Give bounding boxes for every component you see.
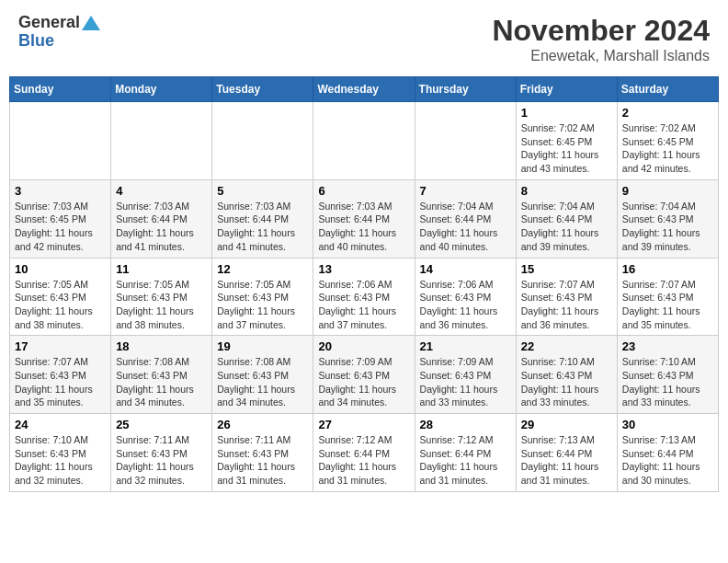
day-of-week-header: Friday <box>516 77 617 102</box>
day-info: Sunrise: 7:05 AM Sunset: 6:43 PM Dayligh… <box>15 278 106 332</box>
day-info: Sunrise: 7:10 AM Sunset: 6:43 PM Dayligh… <box>622 355 713 409</box>
calendar-day-cell: 17Sunrise: 7:07 AM Sunset: 6:43 PM Dayli… <box>10 336 111 414</box>
day-of-week-header: Tuesday <box>212 77 313 102</box>
calendar-day-cell: 16Sunrise: 7:07 AM Sunset: 6:43 PM Dayli… <box>617 258 718 336</box>
calendar-day-cell: 1Sunrise: 7:02 AM Sunset: 6:45 PM Daylig… <box>516 102 617 180</box>
calendar-day-cell <box>111 102 212 180</box>
calendar-day-cell: 22Sunrise: 7:10 AM Sunset: 6:43 PM Dayli… <box>516 336 617 414</box>
day-info: Sunrise: 7:03 AM Sunset: 6:44 PM Dayligh… <box>217 200 308 254</box>
day-info: Sunrise: 7:09 AM Sunset: 6:43 PM Dayligh… <box>420 355 511 409</box>
day-number: 29 <box>521 418 612 431</box>
day-number: 5 <box>217 184 308 198</box>
day-info: Sunrise: 7:07 AM Sunset: 6:43 PM Dayligh… <box>622 278 713 332</box>
day-info: Sunrise: 7:08 AM Sunset: 6:43 PM Dayligh… <box>217 355 308 409</box>
day-number: 7 <box>420 184 511 198</box>
calendar-day-cell: 30Sunrise: 7:13 AM Sunset: 6:44 PM Dayli… <box>617 414 718 492</box>
day-info: Sunrise: 7:02 AM Sunset: 6:45 PM Dayligh… <box>521 121 612 176</box>
day-number: 27 <box>318 418 409 431</box>
calendar-week-row: 1Sunrise: 7:02 AM Sunset: 6:45 PM Daylig… <box>10 102 719 180</box>
day-number: 1 <box>521 106 612 120</box>
day-info: Sunrise: 7:04 AM Sunset: 6:44 PM Dayligh… <box>521 200 612 254</box>
calendar-day-cell: 19Sunrise: 7:08 AM Sunset: 6:43 PM Dayli… <box>212 336 313 414</box>
calendar-day-cell <box>212 102 313 180</box>
day-number: 22 <box>521 339 612 353</box>
page-header: General Blue November 2024 Enewetak, Mar… <box>9 9 719 69</box>
day-number: 6 <box>318 184 409 198</box>
calendar-day-cell: 8Sunrise: 7:04 AM Sunset: 6:44 PM Daylig… <box>516 179 617 258</box>
day-info: Sunrise: 7:06 AM Sunset: 6:43 PM Dayligh… <box>318 278 409 332</box>
day-info: Sunrise: 7:09 AM Sunset: 6:43 PM Dayligh… <box>318 355 409 409</box>
day-number: 23 <box>622 339 713 353</box>
day-info: Sunrise: 7:13 AM Sunset: 6:44 PM Dayligh… <box>622 433 713 488</box>
svg-marker-0 <box>82 16 100 30</box>
day-info: Sunrise: 7:07 AM Sunset: 6:43 PM Dayligh… <box>15 355 106 409</box>
calendar-day-cell: 7Sunrise: 7:04 AM Sunset: 6:44 PM Daylig… <box>415 179 516 258</box>
calendar-day-cell: 11Sunrise: 7:05 AM Sunset: 6:43 PM Dayli… <box>111 258 212 336</box>
day-number: 28 <box>420 418 511 431</box>
day-info: Sunrise: 7:06 AM Sunset: 6:43 PM Dayligh… <box>420 278 511 332</box>
day-number: 4 <box>116 184 207 198</box>
day-of-week-header: Monday <box>111 77 212 102</box>
day-number: 9 <box>622 184 713 198</box>
day-number: 10 <box>15 262 106 276</box>
calendar-day-cell: 3Sunrise: 7:03 AM Sunset: 6:45 PM Daylig… <box>10 179 111 258</box>
day-number: 17 <box>15 339 106 353</box>
day-number: 18 <box>116 339 207 353</box>
calendar-day-cell: 10Sunrise: 7:05 AM Sunset: 6:43 PM Dayli… <box>10 258 111 336</box>
calendar-week-row: 3Sunrise: 7:03 AM Sunset: 6:45 PM Daylig… <box>10 179 719 258</box>
day-info: Sunrise: 7:12 AM Sunset: 6:44 PM Dayligh… <box>318 433 409 488</box>
calendar-table: SundayMondayTuesdayWednesdayThursdayFrid… <box>9 76 719 492</box>
calendar-day-cell <box>313 102 415 180</box>
calendar-day-cell: 26Sunrise: 7:11 AM Sunset: 6:43 PM Dayli… <box>212 414 313 492</box>
calendar-day-cell: 4Sunrise: 7:03 AM Sunset: 6:44 PM Daylig… <box>111 179 212 258</box>
calendar-day-cell: 25Sunrise: 7:11 AM Sunset: 6:43 PM Dayli… <box>111 414 212 492</box>
day-number: 19 <box>217 339 308 353</box>
calendar-header-row: SundayMondayTuesdayWednesdayThursdayFrid… <box>10 77 719 102</box>
day-info: Sunrise: 7:11 AM Sunset: 6:43 PM Dayligh… <box>217 433 308 488</box>
calendar-day-cell: 6Sunrise: 7:03 AM Sunset: 6:44 PM Daylig… <box>313 179 415 258</box>
day-of-week-header: Thursday <box>415 77 516 102</box>
logo-blue: Blue <box>18 32 100 51</box>
day-number: 12 <box>217 262 308 276</box>
day-info: Sunrise: 7:03 AM Sunset: 6:45 PM Dayligh… <box>15 200 106 254</box>
day-number: 24 <box>15 418 106 431</box>
day-number: 3 <box>15 184 106 198</box>
calendar-day-cell: 20Sunrise: 7:09 AM Sunset: 6:43 PM Dayli… <box>313 336 415 414</box>
calendar-day-cell <box>10 102 111 180</box>
day-info: Sunrise: 7:05 AM Sunset: 6:43 PM Dayligh… <box>217 278 308 332</box>
day-info: Sunrise: 7:05 AM Sunset: 6:43 PM Dayligh… <box>116 278 207 332</box>
day-info: Sunrise: 7:03 AM Sunset: 6:44 PM Dayligh… <box>116 200 207 254</box>
day-number: 26 <box>217 418 308 431</box>
day-number: 21 <box>420 339 511 353</box>
calendar-day-cell: 9Sunrise: 7:04 AM Sunset: 6:43 PM Daylig… <box>617 179 718 258</box>
calendar-day-cell: 29Sunrise: 7:13 AM Sunset: 6:44 PM Dayli… <box>516 414 617 492</box>
day-number: 15 <box>521 262 612 276</box>
calendar-day-cell: 13Sunrise: 7:06 AM Sunset: 6:43 PM Dayli… <box>313 258 415 336</box>
logo-general: General <box>18 14 80 32</box>
day-of-week-header: Sunday <box>10 77 111 102</box>
day-number: 20 <box>318 339 409 353</box>
title-section: November 2024 Enewetak, Marshall Islands <box>492 14 710 64</box>
calendar-day-cell: 18Sunrise: 7:08 AM Sunset: 6:43 PM Dayli… <box>111 336 212 414</box>
calendar-day-cell: 28Sunrise: 7:12 AM Sunset: 6:44 PM Dayli… <box>415 414 516 492</box>
day-number: 16 <box>622 262 713 276</box>
day-info: Sunrise: 7:13 AM Sunset: 6:44 PM Dayligh… <box>521 433 612 488</box>
day-number: 25 <box>116 418 207 431</box>
calendar-day-cell: 24Sunrise: 7:10 AM Sunset: 6:43 PM Dayli… <box>10 414 111 492</box>
day-info: Sunrise: 7:04 AM Sunset: 6:44 PM Dayligh… <box>420 200 511 254</box>
calendar-week-row: 10Sunrise: 7:05 AM Sunset: 6:43 PM Dayli… <box>10 258 719 336</box>
calendar-day-cell: 23Sunrise: 7:10 AM Sunset: 6:43 PM Dayli… <box>617 336 718 414</box>
day-number: 2 <box>622 106 713 120</box>
calendar-day-cell: 12Sunrise: 7:05 AM Sunset: 6:43 PM Dayli… <box>212 258 313 336</box>
calendar-day-cell: 21Sunrise: 7:09 AM Sunset: 6:43 PM Dayli… <box>415 336 516 414</box>
page-subtitle: Enewetak, Marshall Islands <box>492 48 710 64</box>
day-info: Sunrise: 7:03 AM Sunset: 6:44 PM Dayligh… <box>318 200 409 254</box>
day-info: Sunrise: 7:07 AM Sunset: 6:43 PM Dayligh… <box>521 278 612 332</box>
day-info: Sunrise: 7:04 AM Sunset: 6:43 PM Dayligh… <box>622 200 713 254</box>
calendar-week-row: 17Sunrise: 7:07 AM Sunset: 6:43 PM Dayli… <box>10 336 719 414</box>
day-info: Sunrise: 7:12 AM Sunset: 6:44 PM Dayligh… <box>420 433 511 488</box>
day-number: 11 <box>116 262 207 276</box>
calendar-day-cell <box>415 102 516 180</box>
day-info: Sunrise: 7:10 AM Sunset: 6:43 PM Dayligh… <box>15 433 106 488</box>
calendar-day-cell: 27Sunrise: 7:12 AM Sunset: 6:44 PM Dayli… <box>313 414 415 492</box>
